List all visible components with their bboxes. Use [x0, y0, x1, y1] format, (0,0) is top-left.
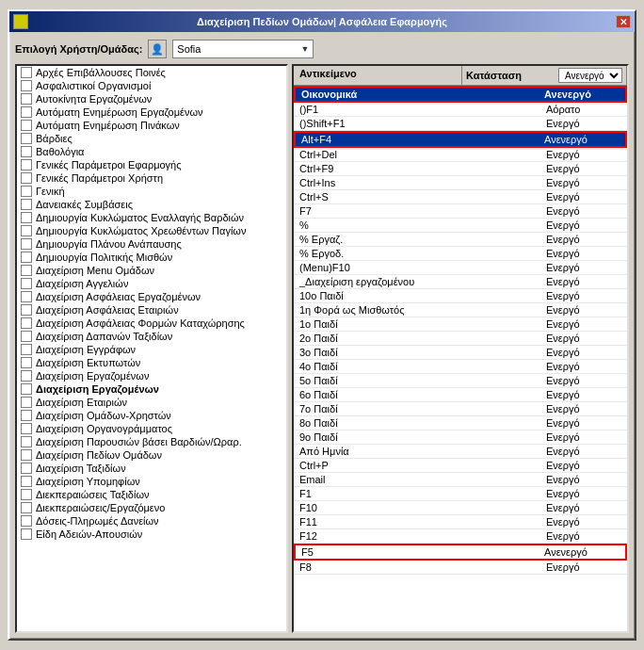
status-filter-dropdown[interactable]: Ανενεργό Ενεργό Αόρατο — [558, 68, 622, 83]
checkbox[interactable] — [21, 515, 32, 527]
table-row[interactable]: 8ο ΠαιδίΕνεργό — [294, 416, 627, 431]
checkbox[interactable] — [21, 291, 32, 302]
checkbox[interactable] — [21, 106, 32, 118]
list-item[interactable]: Διαχείριση Ταξιδίων — [17, 462, 286, 475]
checkbox[interactable] — [21, 476, 32, 487]
list-item[interactable]: Δημιουργία Κυκλώματος Εναλλαγής Βαρδιών — [17, 211, 286, 224]
list-item[interactable]: Διαχείριση Menu Ομάδων — [17, 264, 286, 277]
table-row[interactable]: ΟικονομικάΑνενεργό — [294, 86, 627, 103]
list-item[interactable]: Ασφαλιστικοί Οργανισμοί — [17, 79, 286, 92]
table-row[interactable]: 6ο ΠαιδίΕνεργό — [294, 388, 627, 402]
checkbox[interactable] — [21, 528, 32, 540]
table-row[interactable]: EmailΕνεργό — [294, 473, 627, 487]
checkbox[interactable] — [21, 265, 32, 276]
table-row[interactable]: 3ο ΠαιδίΕνεργό — [294, 346, 627, 360]
table-row[interactable]: (Menu)F10Ενεργό — [294, 261, 627, 275]
table-row[interactable]: Ctrl+F9Ενεργό — [294, 162, 627, 176]
list-item[interactable]: Αυτόματη Ενημέρωση Πινάκων — [17, 119, 286, 132]
checkbox[interactable] — [21, 463, 32, 474]
table-row[interactable]: Ctrl+DelΕνεργό — [294, 148, 627, 162]
list-item[interactable]: Διεκπεραιώσεις/Εργαζόμενο — [17, 501, 286, 514]
table-row[interactable]: F11Ενεργό — [294, 515, 627, 529]
checkbox[interactable] — [21, 370, 32, 382]
checkbox[interactable] — [21, 423, 32, 434]
list-item[interactable]: Διαχείριση Ασφάλειας Εργαζομένων — [17, 290, 286, 303]
table-row[interactable]: 1ο ΠαιδίΕνεργό — [294, 317, 627, 332]
list-item[interactable]: Αυτοκίνητα Εργαζομένων — [17, 92, 286, 106]
checkbox[interactable] — [21, 489, 32, 500]
checkbox[interactable] — [21, 225, 32, 236]
left-list[interactable]: Αρχές Επιβάλλουσες ΠοινέςΑσφαλιστικοί Ορ… — [17, 66, 286, 631]
table-row[interactable]: %Ενεργό — [294, 219, 627, 233]
checkbox[interactable] — [21, 252, 32, 263]
checkbox[interactable] — [21, 146, 32, 157]
table-row[interactable]: ()Shift+F1Ενεργό — [294, 117, 627, 131]
checkbox[interactable] — [21, 199, 32, 210]
table-row[interactable]: Ctrl+InsΕνεργό — [294, 176, 627, 190]
list-item[interactable]: Διαχείριση Οργανογράμματος — [17, 422, 286, 435]
checkbox[interactable] — [21, 304, 32, 316]
list-item[interactable]: Διαχείριση Εταιριών — [17, 396, 286, 409]
list-item[interactable]: Βαθολόγια — [17, 145, 286, 158]
checkbox[interactable] — [21, 93, 32, 105]
list-item[interactable]: Δημιουργία Πολιτικής Μισθών — [17, 251, 286, 264]
checkbox[interactable] — [21, 436, 32, 447]
table-row[interactable]: 5ο ΠαιδίΕνεργό — [294, 374, 627, 388]
table-row[interactable]: _Διαχείριση εργαζομένουΕνεργό — [294, 275, 627, 289]
list-item[interactable]: Διαχείριση Παρουσιών βάσει Βαρδιών/Ωραρ. — [17, 435, 286, 448]
list-item[interactable]: Διεκπεραιώσεις Ταξιδίων — [17, 488, 286, 501]
table-row[interactable]: F12Ενεργό — [294, 529, 627, 544]
list-item[interactable]: Γενικές Παράμετροι Χρήστη — [17, 171, 286, 185]
checkbox[interactable] — [21, 357, 32, 368]
list-item[interactable]: Δημιουργία Πλάνου Ανάπαυσης — [17, 237, 286, 251]
list-item[interactable]: Αρχές Επιβάλλουσες Ποινές — [17, 66, 286, 79]
checkbox[interactable] — [21, 397, 32, 408]
table-row[interactable]: ()F1Αόρατο — [294, 103, 627, 117]
checkbox[interactable] — [21, 186, 32, 197]
checkbox[interactable] — [21, 502, 32, 513]
checkbox[interactable] — [21, 383, 32, 395]
list-item[interactable]: Αυτόματη Ενημέρωση Εργαζομένων — [17, 106, 286, 119]
checkbox[interactable] — [21, 344, 32, 355]
list-item[interactable]: Διαχείριση Εργαζομένων — [17, 369, 286, 382]
table-row[interactable]: Από ΗμνίαΕνεργό — [294, 445, 627, 459]
list-item[interactable]: Γενικές Παράμετροι Εφαρμογής — [17, 158, 286, 171]
list-item[interactable]: Γενική — [17, 185, 286, 198]
table-row[interactable]: F7Ενεργό — [294, 204, 627, 219]
checkbox[interactable] — [21, 67, 32, 78]
list-item[interactable]: Διαχείριση Πεδίων Ομάδων — [17, 448, 286, 462]
table-row[interactable]: 4ο ΠαιδίΕνεργό — [294, 360, 627, 374]
table-row[interactable]: 2ο ΠαιδίΕνεργό — [294, 332, 627, 346]
list-item[interactable]: Διαχείριση Εργαζομένων — [17, 382, 286, 396]
list-item[interactable]: Διαχείριση Εγγράφων — [17, 343, 286, 356]
table-row[interactable]: F10Ενεργό — [294, 501, 627, 515]
checkbox[interactable] — [21, 80, 32, 91]
list-item[interactable]: Βάρδιες — [17, 132, 286, 145]
checkbox[interactable] — [21, 278, 32, 289]
list-item[interactable]: Διαχείριση Υπομηφίων — [17, 475, 286, 488]
close-button[interactable]: ✕ — [616, 15, 631, 28]
list-item[interactable]: Είδη Αδειών-Απουσιών — [17, 528, 286, 541]
table-row[interactable]: F8Ενεργό — [294, 561, 627, 575]
list-item[interactable]: Δανειακές Συμβάσεις — [17, 198, 286, 211]
list-item[interactable]: Δημιουργία Κυκλώματος Χρεωθέντων Παγίων — [17, 224, 286, 237]
checkbox[interactable] — [21, 410, 32, 421]
list-item[interactable]: Διαχείριση Ασφάλειας Φορμών Καταχώρησης — [17, 317, 286, 330]
checkbox[interactable] — [21, 331, 32, 342]
table-row[interactable]: % Εργοδ.Ενεργό — [294, 247, 627, 261]
table-row[interactable]: Ctrl+SΕνεργό — [294, 190, 627, 204]
table-row[interactable]: 10ο ΠαιδίΕνεργό — [294, 289, 627, 303]
checkbox[interactable] — [21, 238, 32, 250]
table-row[interactable]: 9ο ΠαιδίΕνεργό — [294, 431, 627, 445]
user-dropdown[interactable]: Sofia ▼ — [172, 40, 314, 58]
checkbox[interactable] — [21, 172, 32, 184]
table-row[interactable]: Ctrl+PΕνεργό — [294, 459, 627, 473]
checkbox[interactable] — [21, 212, 32, 223]
table-row[interactable]: 1η Φορά ως ΜισθωτόςΕνεργό — [294, 303, 627, 317]
list-item[interactable]: Διαχείριση Ομάδων-Χρηστών — [17, 409, 286, 422]
table-row[interactable]: F5Ανενεργό — [294, 544, 627, 561]
table-row[interactable]: 7ο ΠαιδίΕνεργό — [294, 402, 627, 416]
checkbox[interactable] — [21, 133, 32, 144]
checkbox[interactable] — [21, 449, 32, 461]
list-item[interactable]: Διαχείριση Δαπανών Ταξιδίων — [17, 330, 286, 343]
